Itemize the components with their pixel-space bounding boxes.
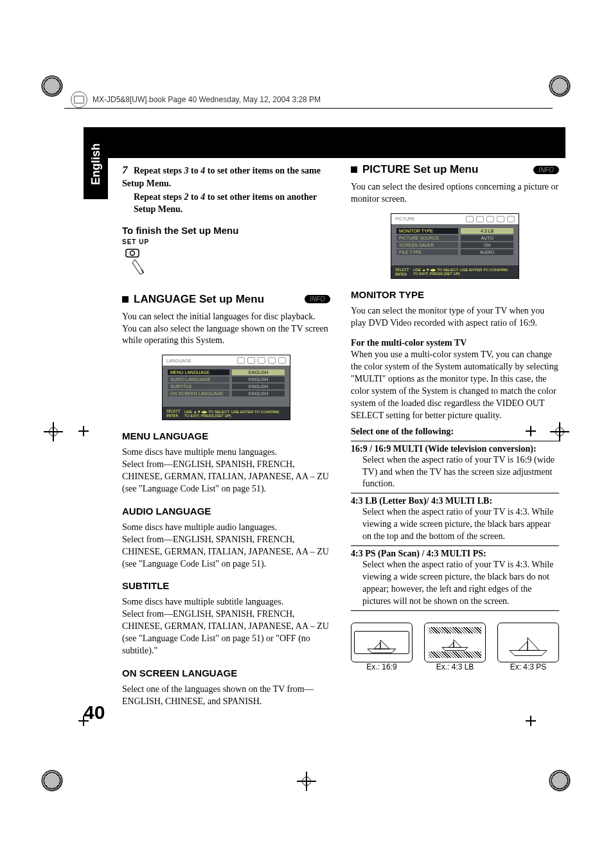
aspect-examples: Ex.: 16:9 Ex.: 4:3 LB Ex: 4:3 PS — [351, 623, 559, 671]
aspect-4-3-ps-icon — [497, 623, 559, 662]
osd-tab-icons — [466, 216, 515, 222]
multi-color-heading: For the multi-color system TV — [351, 337, 559, 350]
osd-row-label: MENU LANGUAGE — [168, 369, 229, 375]
osd-row-label: SCREEN SAVER — [396, 242, 458, 248]
osd-row-value: ENGLISH — [232, 376, 285, 382]
osd-row-value: ENGLISH — [232, 391, 285, 396]
left-column: 7 Repeat steps 3 to 4 to set other items… — [122, 163, 330, 708]
osd-row-label: FILE TYPE — [396, 249, 458, 255]
picture-section-title: PICTURE Set up Menu — [362, 163, 478, 176]
print-ring-tl — [41, 75, 63, 97]
osd-foot-left: SELECT ENTER — [395, 267, 409, 276]
info-badge: INFO — [533, 166, 559, 174]
osd-row-label: PICTURE SOURCE — [396, 235, 458, 241]
osd-row-label: AUDIO LANGUAGE — [168, 376, 229, 382]
header-text: MX-JD5&8[UW].book Page 40 Wednesday, May… — [93, 95, 321, 104]
osd-foot-left: SELECT ENTER — [166, 409, 181, 418]
print-ring-br — [549, 770, 571, 792]
osd-foot-right: USE ▲▼◀▶ TO SELECT. USE ENTER TO CONFIRM… — [184, 409, 280, 418]
osd-row-value: AUTO — [461, 235, 513, 241]
svg-point-1 — [130, 251, 135, 255]
option-4-3-lb-heading: 4:3 LB (Letter Box)/ 4:3 MULTI LB: — [351, 496, 559, 506]
finish-heading: To finish the Set up Menu — [122, 225, 330, 236]
osd-row-label: ON SCREEN LANGUAGE — [168, 391, 229, 396]
divider — [351, 493, 559, 493]
aspect-16-9-label: Ex.: 16:9 — [351, 662, 413, 671]
divider — [351, 610, 559, 611]
step-7-line1: 7 Repeat steps 3 to 4 to set other items… — [122, 163, 330, 190]
setup-label: SET UP — [122, 238, 330, 245]
osd-row-value: 4:3 LB — [461, 228, 513, 234]
title-band — [84, 127, 565, 158]
osd-foot-right: USE ▲▼◀▶ TO SELECT. USE ENTER TO CONFIRM… — [413, 267, 509, 276]
print-ring-bl — [41, 770, 63, 792]
print-tick-il — [78, 426, 89, 436]
print-cross-left — [44, 422, 63, 441]
square-bullet-icon — [351, 166, 357, 173]
osd-language-title: LANGUAGE — [166, 359, 191, 363]
osd-row-value: ENGLISH — [232, 384, 285, 389]
aspect-4-3-lb-label: Ex.: 4:3 LB — [424, 662, 486, 671]
audio-language-p1: Some discs have multiple audio languages… — [122, 522, 330, 534]
picture-intro: You can select the desired options conce… — [351, 181, 559, 206]
print-ring-tr — [549, 75, 571, 97]
step-7-line2: Repeat steps 2 to 4 to set other items o… — [122, 191, 330, 216]
language-intro: You can select the initial languages for… — [122, 311, 330, 348]
osd-row-value: ENGLISH — [232, 369, 285, 375]
menu-language-p1: Some discs have multiple menu languages. — [122, 447, 330, 459]
audio-language-heading: AUDIO LANGUAGE — [122, 506, 330, 517]
menu-language-heading: MENU LANGUAGE — [122, 430, 330, 441]
audio-language-p2: Select from—ENGLISH, SPANISH, FRENCH, CH… — [122, 534, 330, 571]
subtitle-heading: SUBTITLE — [122, 580, 330, 591]
select-one-heading: Select one of the following: — [351, 426, 559, 438]
divider — [351, 545, 559, 546]
osd-row-label: MONITOR TYPE — [396, 228, 458, 234]
osd-picture: PICTURE MONITOR TYPE4:3 LB PICTURE SOURC… — [391, 213, 519, 279]
multi-color-p: When you use a multi-color system TV, yo… — [351, 349, 559, 421]
subtitle-p2: Select from—ENGLISH, SPANISH, FRENCH, CH… — [122, 608, 330, 657]
print-cross-bottom — [297, 772, 316, 791]
page-header: MX-JD5&8[UW].book Page 40 Wednesday, May… — [71, 91, 321, 108]
menu-language-p2: Select from—ENGLISH, SPANISH, FRENCH, CH… — [122, 459, 330, 495]
aspect-16-9-icon — [351, 623, 413, 662]
osd-picture-title: PICTURE — [395, 217, 415, 221]
aspect-4-3-lb-icon — [424, 623, 486, 662]
print-tick-ibr — [526, 716, 536, 726]
divider — [351, 441, 559, 441]
on-screen-language-heading: ON SCREEN LANGUAGE — [122, 668, 330, 678]
option-4-3-lb-body: Select when the aspect ratio of your TV … — [362, 506, 559, 543]
osd-tab-icons — [237, 357, 286, 364]
page-number: 40 — [84, 702, 105, 723]
option-16-9-body: Select when the aspect ratio of your TV … — [362, 454, 559, 491]
on-screen-language-p: Select one of the languages shown on the… — [122, 684, 330, 708]
osd-language: LANGUAGE MENU LANGUAGEENGLISH AUDIO LANG… — [162, 355, 290, 420]
remote-setup-icon — [122, 247, 152, 276]
info-badge: INFO — [305, 295, 330, 303]
language-section-title: LANGUAGE Set up Menu — [134, 293, 264, 306]
picture-section-heading: PICTURE Set up Menu INFO — [351, 163, 559, 176]
aspect-4-3-ps-label: Ex: 4:3 PS — [497, 662, 559, 671]
monitor-type-p: You can select the monitor type of your … — [351, 305, 559, 330]
header-rule — [64, 108, 553, 109]
subtitle-p1: Some discs have multiple subtitle langua… — [122, 596, 330, 608]
osd-row-value: ON — [461, 242, 513, 248]
language-section-heading: LANGUAGE Set up Menu INFO — [122, 293, 330, 306]
option-4-3-ps-body: Select when the aspect ratio of your TV … — [362, 559, 559, 608]
osd-row-label: SUBTITLE — [168, 384, 229, 389]
osd-row-value: AUDIO — [461, 249, 513, 255]
square-bullet-icon — [122, 296, 129, 303]
monitor-type-heading: MONITOR TYPE — [351, 289, 559, 300]
right-column: PICTURE Set up Menu INFO You can select … — [351, 163, 559, 708]
book-icon — [71, 91, 87, 108]
option-16-9-heading: 16:9 / 16:9 MULTI (Wide television conve… — [351, 444, 559, 454]
option-4-3-ps-heading: 4:3 PS (Pan Scan) / 4:3 MULTI PS: — [351, 549, 559, 559]
language-tab: English — [84, 128, 108, 199]
